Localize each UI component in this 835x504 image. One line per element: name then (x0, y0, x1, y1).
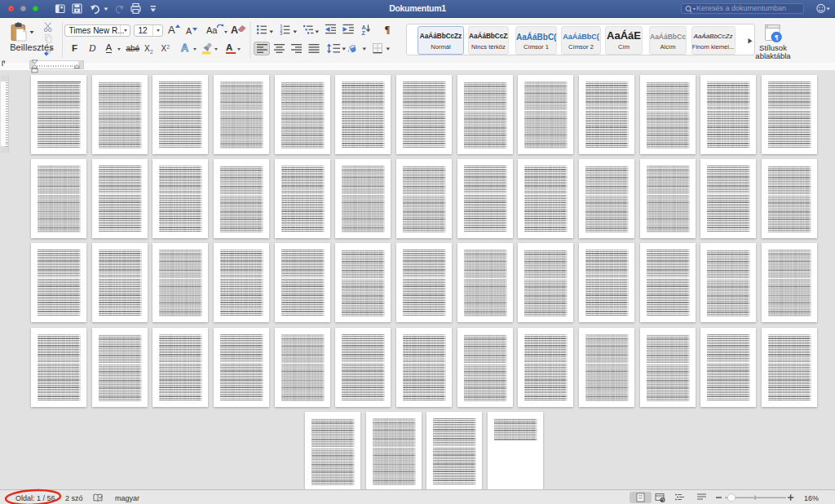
svg-text:¶: ¶ (775, 33, 779, 42)
svg-text:A: A (362, 24, 366, 30)
svg-text:3: 3 (281, 32, 283, 36)
svg-text:Z: Z (362, 30, 366, 36)
